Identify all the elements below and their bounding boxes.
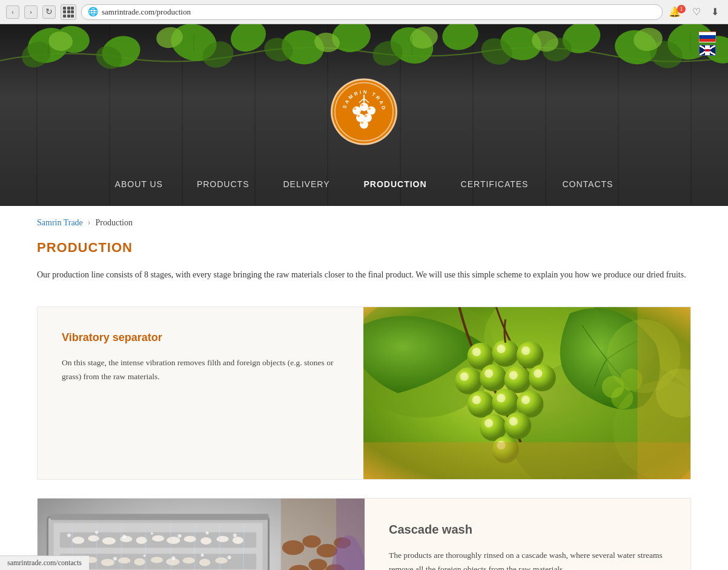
svg-point-132 xyxy=(67,534,71,537)
download-button[interactable]: ⬇ xyxy=(707,5,722,19)
card-description-vibratory: On this stage, the intense vibration rem… xyxy=(62,356,339,384)
svg-point-134 xyxy=(122,535,126,539)
breadcrumb-current: Production xyxy=(96,218,133,228)
grid-icon xyxy=(63,7,74,18)
svg-point-107 xyxy=(167,537,180,544)
english-flag[interactable] xyxy=(699,45,716,56)
card-title-cascade: Cascade wash xyxy=(389,523,666,537)
back-button[interactable]: ‹ xyxy=(6,5,19,19)
globe-icon: 🌐 xyxy=(88,7,98,17)
svg-point-80 xyxy=(497,394,505,402)
svg-point-110 xyxy=(216,536,228,542)
svg-point-83 xyxy=(509,417,518,425)
svg-point-50 xyxy=(354,108,356,110)
svg-point-75 xyxy=(460,372,468,380)
card-text-cascade: Cascade wash The products are thoroughly… xyxy=(365,499,690,570)
svg-point-61 xyxy=(517,342,544,369)
language-selector xyxy=(699,31,716,56)
svg-point-62 xyxy=(455,367,482,394)
svg-point-101 xyxy=(72,537,84,544)
logo-svg: SAMRIN TRADE xyxy=(334,82,394,142)
svg-point-111 xyxy=(233,537,243,544)
favorites-button[interactable]: ♡ xyxy=(689,5,704,19)
svg-point-143 xyxy=(200,554,204,557)
svg-rect-168 xyxy=(51,514,269,520)
svg-point-90 xyxy=(611,387,634,409)
logo-circle: SAMRIN TRADE xyxy=(331,79,397,145)
svg-point-155 xyxy=(302,535,320,548)
notification-area: 🔔 1 xyxy=(667,5,686,19)
nav-production[interactable]: PRODUCTION xyxy=(346,174,443,194)
url-text: samrintrade.com/production xyxy=(102,7,191,17)
svg-point-76 xyxy=(485,369,493,377)
svg-point-53 xyxy=(365,115,367,118)
breadcrumb: Samrin Trade › Production xyxy=(37,218,691,228)
card-image-grapes xyxy=(363,307,690,479)
nav-products[interactable]: PRODUCTS xyxy=(180,174,266,194)
breadcrumb-home-link[interactable]: Samrin Trade xyxy=(37,218,83,228)
logo-svg-wrap: SAMRIN TRADE xyxy=(333,81,395,144)
svg-point-49 xyxy=(361,104,363,107)
nav-delivery[interactable]: DELIVERY xyxy=(266,174,346,194)
svg-point-136 xyxy=(177,534,181,538)
svg-point-106 xyxy=(152,535,164,542)
svg-point-65 xyxy=(529,364,556,391)
refresh-button[interactable]: ↻ xyxy=(42,5,56,19)
svg-point-121 xyxy=(215,557,227,563)
svg-point-72 xyxy=(472,348,481,356)
svg-point-103 xyxy=(102,537,116,545)
card-text-vibratory: Vibratory separator On this stage, the i… xyxy=(38,307,363,479)
svg-point-114 xyxy=(101,558,114,566)
site-logo[interactable]: SAMRIN TRADE xyxy=(331,79,397,145)
card-title-vibratory: Vibratory separator xyxy=(62,331,339,344)
nav-about[interactable]: ABOUT US xyxy=(98,174,180,194)
svg-point-60 xyxy=(492,340,519,367)
svg-point-137 xyxy=(206,531,209,534)
main-content: Samrin Trade › Production PRODUCTION Our… xyxy=(19,206,709,570)
main-navigation: ABOUT US PRODUCTS DELIVERY PRODUCTION CE… xyxy=(0,174,728,206)
svg-point-142 xyxy=(171,556,175,560)
svg-point-135 xyxy=(151,532,153,535)
site-header: SAMRIN TRADE xyxy=(0,24,728,206)
svg-point-104 xyxy=(120,536,132,542)
svg-point-63 xyxy=(480,364,507,391)
svg-point-109 xyxy=(200,537,211,545)
grid-menu-button[interactable] xyxy=(61,4,76,20)
svg-point-138 xyxy=(233,534,237,537)
svg-point-66 xyxy=(468,391,495,418)
forward-button[interactable]: › xyxy=(24,5,38,19)
svg-point-54 xyxy=(361,122,363,124)
svg-point-144 xyxy=(228,555,231,559)
notification-badge: 1 xyxy=(677,5,686,13)
grapes-visual xyxy=(363,307,690,479)
svg-point-79 xyxy=(472,396,481,404)
svg-point-78 xyxy=(534,369,542,377)
svg-point-140 xyxy=(113,557,117,560)
svg-point-108 xyxy=(184,536,196,542)
nav-contacts[interactable]: CONTACTS xyxy=(545,174,630,194)
svg-point-81 xyxy=(521,396,530,404)
svg-point-67 xyxy=(492,389,519,416)
svg-point-82 xyxy=(485,419,493,427)
production-card-vibratory: Vibratory separator On this stage, the i… xyxy=(37,307,691,480)
svg-point-74 xyxy=(521,346,530,355)
svg-rect-92 xyxy=(363,442,690,479)
svg-point-117 xyxy=(151,557,163,563)
grapes-svg xyxy=(363,307,690,479)
page-title: PRODUCTION xyxy=(37,240,691,256)
nav-certificates[interactable]: CERTIFICATES xyxy=(444,174,546,194)
svg-point-154 xyxy=(282,540,305,555)
status-url: samrintrade.com/contacts xyxy=(7,558,82,567)
status-bar: samrintrade.com/contacts xyxy=(0,555,89,570)
intro-paragraph: Our production line consists of 8 stages… xyxy=(37,268,691,282)
address-bar[interactable]: 🌐 samrintrade.com/production xyxy=(81,4,663,20)
production-card-cascade: Cascade wash The products are thoroughly… xyxy=(37,498,691,570)
browser-toolbar: ‹ › ↻ 🌐 samrintrade.com/production 🔔 1 ♡… xyxy=(0,0,728,24)
russian-flag[interactable] xyxy=(699,31,716,42)
svg-point-70 xyxy=(504,412,531,439)
svg-point-115 xyxy=(118,557,130,563)
svg-point-73 xyxy=(497,345,505,353)
svg-point-77 xyxy=(509,371,518,379)
browser-right-icons: 🔔 1 ♡ ⬇ xyxy=(667,5,722,19)
svg-point-52 xyxy=(357,115,360,118)
